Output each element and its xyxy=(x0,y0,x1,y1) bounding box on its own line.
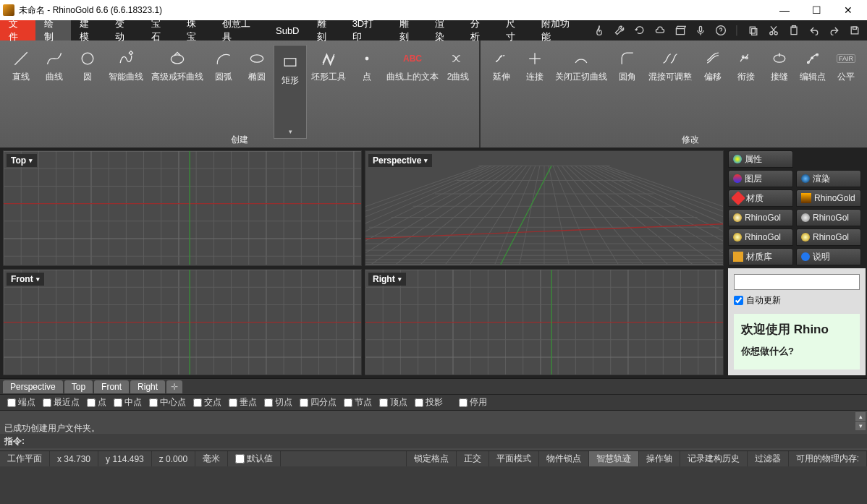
help-icon[interactable] xyxy=(714,24,727,37)
tab-layers[interactable]: 图层 xyxy=(728,170,793,187)
auto-update-checkbox[interactable]: 自动更新 xyxy=(734,294,860,307)
osnap-tan[interactable]: 切点 xyxy=(264,396,292,409)
tool-point[interactable]: 点 xyxy=(350,45,384,85)
menu-gem[interactable]: 宝石 xyxy=(143,20,178,40)
vptab-front[interactable]: Front xyxy=(94,380,129,393)
vptab-top[interactable]: Top xyxy=(64,380,93,393)
paste-icon[interactable] xyxy=(787,24,800,37)
menu-creative[interactable]: 创意工具 xyxy=(213,20,267,40)
tab-material[interactable]: 材质 xyxy=(728,189,793,207)
clapper-icon[interactable] xyxy=(674,24,687,37)
minimize-button[interactable]: — xyxy=(769,0,800,20)
viewport-title[interactable]: Right▾ xyxy=(368,273,406,286)
tool-extend[interactable]: 延伸 xyxy=(485,45,518,85)
status-smarttrack[interactable]: 智慧轨迹 xyxy=(589,451,639,466)
menu-draw[interactable]: 绘制 xyxy=(35,20,71,40)
osnap-project[interactable]: 投影 xyxy=(415,396,443,409)
status-filter[interactable]: 过滤器 xyxy=(748,451,789,466)
tab-properties[interactable]: 属性 xyxy=(728,150,793,168)
tab-rhinogold-5[interactable]: RhinoGol xyxy=(796,228,861,246)
menu-sculpt[interactable]: 雕刻 xyxy=(308,20,344,40)
menu-addon[interactable]: 附加功能 xyxy=(533,20,586,40)
tool-fair[interactable]: FAIR公平 xyxy=(829,45,863,85)
tab-rhinogold-4[interactable]: RhinoGol xyxy=(728,228,793,246)
tool-match[interactable]: 衔接 xyxy=(729,45,763,85)
tool-curve[interactable]: 曲线 xyxy=(38,45,71,85)
tool-text-on-curve[interactable]: ABC曲线上的文本 xyxy=(384,45,441,85)
tool-seam[interactable]: 接缝 xyxy=(763,45,796,85)
tool-offset[interactable]: 偏移 xyxy=(696,45,729,85)
tab-rhinogold-3[interactable]: RhinoGol xyxy=(796,209,861,226)
command-prompt[interactable]: 指令: xyxy=(0,434,867,448)
tool-ellipse[interactable]: 椭圆 xyxy=(240,45,274,85)
status-unit[interactable]: 毫米 xyxy=(195,451,228,466)
status-osnap[interactable]: 物件锁点 xyxy=(539,451,589,466)
tool-close-tangent[interactable]: 关闭正切曲线 xyxy=(551,45,611,85)
tab-material-lib[interactable]: 材质库 xyxy=(728,248,793,265)
status-default[interactable]: 默认值 xyxy=(228,451,281,466)
menu-jewelry[interactable]: 珠宝 xyxy=(178,20,213,40)
tab-render[interactable]: 渲染 xyxy=(796,170,861,187)
tool-circle[interactable]: 圆 xyxy=(71,45,104,85)
tool-rectangle[interactable]: 矩形▾ xyxy=(274,45,307,139)
tool-fillet[interactable]: 圆角 xyxy=(611,45,644,85)
menu-file[interactable]: 文件 xyxy=(0,20,35,40)
wrench-icon[interactable] xyxy=(613,24,626,37)
osnap-quad[interactable]: 四分点 xyxy=(300,396,337,409)
osnap-mid[interactable]: 中点 xyxy=(114,396,142,409)
osnap-perp[interactable]: 垂点 xyxy=(229,396,257,409)
tool-two-curves[interactable]: 2曲线 xyxy=(441,45,475,85)
status-planar[interactable]: 平面模式 xyxy=(489,451,539,466)
mic-icon[interactable] xyxy=(694,24,707,37)
viewport-front[interactable]: Front▾ xyxy=(3,269,362,375)
osnap-center[interactable]: 中心点 xyxy=(149,396,186,409)
status-cplane[interactable]: 工作平面 xyxy=(0,451,50,466)
cloud-icon[interactable] xyxy=(654,24,667,37)
redo-icon[interactable] xyxy=(828,24,841,37)
tool-blend[interactable]: 混接可调整 xyxy=(644,45,696,85)
menu-dimension[interactable]: 尺寸 xyxy=(497,20,533,40)
status-gridlock[interactable]: 锁定格点 xyxy=(407,451,457,466)
tool-project[interactable]: 布 xyxy=(863,45,867,85)
osnap-end[interactable]: 端点 xyxy=(7,396,35,409)
tool-polyline-tools[interactable]: 坯形工具 xyxy=(307,45,350,85)
cut-icon[interactable] xyxy=(767,24,780,37)
status-ortho[interactable]: 正交 xyxy=(457,451,489,466)
osnap-vertex[interactable]: 顶点 xyxy=(379,396,407,409)
vptab-add[interactable]: ✛ xyxy=(166,380,182,393)
viewport-title[interactable]: Perspective▾ xyxy=(368,154,432,167)
menu-subd[interactable]: SubD xyxy=(267,20,308,40)
osnap-near[interactable]: 最近点 xyxy=(43,396,80,409)
close-button[interactable]: ✕ xyxy=(832,0,864,20)
osnap-disable[interactable]: 停用 xyxy=(459,396,487,409)
maximize-button[interactable]: ☐ xyxy=(800,0,832,20)
viewport-top[interactable]: Top▾ xyxy=(3,150,362,266)
tab-help[interactable]: 说明 xyxy=(796,248,861,265)
command-scroll[interactable]: ▴▾ xyxy=(855,412,866,430)
menu-render[interactable]: 渲染 xyxy=(426,20,462,40)
undo-icon[interactable] xyxy=(808,24,821,37)
status-gumball[interactable]: 操作轴 xyxy=(639,451,680,466)
menu-3dprint[interactable]: 3D打印 xyxy=(344,20,391,40)
menu-model[interactable]: 建模 xyxy=(71,20,106,40)
vptab-right[interactable]: Right xyxy=(130,380,165,393)
scroll-down-icon[interactable]: ▾ xyxy=(855,422,866,430)
save-icon[interactable] xyxy=(848,24,861,37)
tool-arc[interactable]: 圆弧 xyxy=(207,45,240,85)
tool-line[interactable]: 直线 xyxy=(4,45,38,85)
tool-ring-curve[interactable]: 高级戒环曲线 xyxy=(148,45,207,85)
copy-icon[interactable] xyxy=(747,24,760,37)
tab-rhinogold-2[interactable]: RhinoGol xyxy=(728,209,793,226)
panel-search-input[interactable] xyxy=(734,274,860,290)
viewport-title[interactable]: Top▾ xyxy=(7,154,37,167)
tool-smart-curve[interactable]: 智能曲线 xyxy=(104,45,148,85)
tool-connect[interactable]: 连接 xyxy=(518,45,551,85)
scroll-up-icon[interactable]: ▴ xyxy=(855,412,866,421)
menu-transform[interactable]: 变动 xyxy=(106,20,142,40)
refresh-icon[interactable] xyxy=(633,24,646,37)
tab-rhinogold[interactable]: RhinoGold xyxy=(796,189,861,207)
menu-analyze[interactable]: 分析 xyxy=(462,20,497,40)
osnap-int[interactable]: 交点 xyxy=(193,396,221,409)
tool-edit-point[interactable]: 编辑点 xyxy=(796,45,829,85)
vptab-perspective[interactable]: Perspective xyxy=(3,380,63,393)
